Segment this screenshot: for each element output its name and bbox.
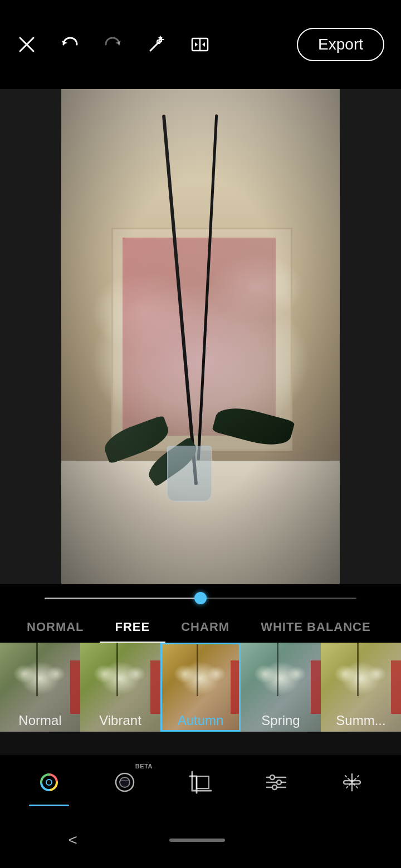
svg-text:✦: ✦: [157, 34, 164, 42]
thumb-normal-stem: [36, 643, 38, 696]
home-indicator[interactable]: [169, 839, 225, 842]
thumb-summer-stem: [357, 643, 359, 696]
filter-summer[interactable]: Summ...: [321, 643, 401, 732]
svg-marker-12: [202, 42, 205, 47]
filter-autumn-label-row: Autumn: [160, 709, 241, 732]
undo-button[interactable]: [59, 34, 80, 55]
crop-icon: [187, 768, 214, 796]
bottom-toolbar: BETA: [0, 754, 401, 810]
vignette-overlay: [61, 89, 340, 584]
filter-autumn[interactable]: Autumn: [160, 643, 241, 732]
magic-button[interactable]: ✦: [146, 34, 167, 55]
compare-button[interactable]: [189, 34, 211, 55]
tab-white-balance[interactable]: WHITE BALANCE: [245, 612, 387, 643]
crop-tool-button[interactable]: [175, 763, 226, 802]
retouch-tool-button[interactable]: [327, 763, 377, 802]
close-button[interactable]: [17, 34, 37, 55]
tab-blur[interactable]: BL...: [387, 612, 401, 643]
color-wheel-icon: [35, 768, 63, 796]
svg-point-23: [272, 785, 277, 790]
top-bar-left: ✦: [17, 34, 211, 55]
filter-summer-label-row: Summ...: [321, 709, 401, 732]
thumb-spring-red: [311, 660, 321, 714]
tab-normal[interactable]: NORMAL: [11, 612, 100, 643]
filter-vibrant-label: Vibrant: [99, 713, 141, 728]
retouch-icon: [338, 768, 366, 796]
top-bar: ✦ Export: [0, 0, 401, 89]
filter-spring-label-row: Spring: [241, 709, 321, 732]
lens-tool-button[interactable]: BETA: [100, 763, 150, 802]
slider-thumb[interactable]: [194, 592, 207, 604]
thumb-normal-red: [70, 660, 80, 714]
photo-frame: [61, 89, 340, 584]
image-area: [0, 89, 401, 590]
thumb-vibrant-red: [150, 660, 160, 714]
filter-tabs: NORMAL FREE CHARM WHITE BALANCE BL...: [0, 612, 401, 643]
filter-thumbnails: Normal Vibrant Autumn: [0, 643, 401, 754]
slider-fill: [45, 598, 200, 599]
lens-icon: [111, 768, 139, 796]
filter-summer-label: Summ...: [336, 713, 385, 728]
system-nav: <: [0, 812, 401, 868]
filter-spring-label: Spring: [261, 713, 300, 728]
redo-button[interactable]: [102, 34, 124, 55]
svg-point-22: [277, 780, 281, 785]
filter-vibrant-label-row: Vibrant: [80, 709, 160, 732]
tab-free[interactable]: FREE: [100, 612, 166, 643]
filter-normal-label-row: Normal: [0, 709, 80, 732]
filter-normal[interactable]: Normal: [0, 643, 80, 732]
filter-slider[interactable]: [0, 584, 401, 612]
filter-vibrant[interactable]: Vibrant: [80, 643, 160, 732]
svg-point-14: [46, 780, 52, 785]
back-button[interactable]: <: [69, 831, 77, 849]
thumb-vibrant-stem: [116, 643, 118, 696]
tab-charm[interactable]: CHARM: [165, 612, 245, 643]
export-button[interactable]: Export: [297, 28, 384, 61]
svg-point-21: [270, 775, 275, 780]
thumb-spring-stem: [277, 643, 278, 696]
slider-track[interactable]: [45, 598, 356, 599]
adjust-icon: [262, 768, 290, 796]
svg-rect-17: [197, 776, 209, 788]
svg-point-16: [120, 777, 130, 787]
svg-marker-11: [195, 42, 198, 47]
thumb-summer-red: [391, 660, 401, 714]
filter-normal-label: Normal: [18, 713, 61, 728]
filter-spring[interactable]: Spring: [241, 643, 321, 732]
adjust-tool-button[interactable]: [251, 763, 301, 802]
beta-badge: BETA: [135, 763, 153, 770]
filter-autumn-label: Autumn: [178, 713, 224, 728]
color-tool-button[interactable]: [24, 763, 74, 802]
